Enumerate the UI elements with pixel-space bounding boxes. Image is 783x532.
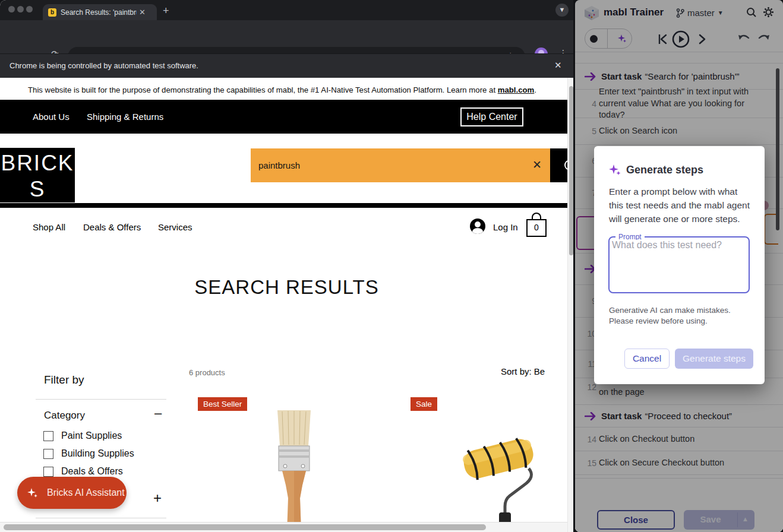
- paint-roller-product-image[interactable]: [453, 426, 542, 532]
- category-collapse-icon[interactable]: –: [154, 406, 162, 421]
- banner-close-icon[interactable]: ✕: [554, 60, 562, 71]
- category-option: Building Supplies: [43, 445, 162, 463]
- nav-about-us[interactable]: About Us: [33, 112, 70, 122]
- modal-disclaimer: Generative AI can make mistakes. Please …: [609, 305, 752, 327]
- ai-assistant-label: Bricks AI Assistant: [47, 487, 125, 498]
- filter-by-title: Filter by: [44, 373, 84, 387]
- horizontal-scrollbar[interactable]: [0, 522, 567, 532]
- page-title: SEARCH RESULTS: [0, 276, 573, 299]
- vertical-scrollbar-thumb[interactable]: [569, 86, 573, 255]
- category-checkbox[interactable]: [43, 449, 53, 459]
- paintbrush-product-image[interactable]: [270, 409, 318, 532]
- demo-notice: This website is built for the purpose of…: [0, 86, 564, 94]
- tab-list-chevron-icon[interactable]: ▼: [555, 4, 569, 17]
- section-expand-icon[interactable]: +: [153, 490, 162, 506]
- category-checkbox[interactable]: [43, 431, 53, 441]
- category-option-label[interactable]: Paint Supplies: [61, 430, 122, 441]
- tab-title: Search Results: 'paintbrush': [61, 8, 137, 17]
- screenshot-stage: b Search Results: 'paintbrush' ✕ + ▼ ← →…: [0, 0, 783, 532]
- tab-close-icon[interactable]: ✕: [139, 8, 146, 17]
- browser-tab[interactable]: b Search Results: 'paintbrush' ✕: [43, 4, 157, 20]
- sparkle-icon: [608, 163, 621, 176]
- sparkle-icon: [27, 487, 39, 499]
- account-icon[interactable]: [470, 218, 485, 234]
- category-option: Paint Supplies: [43, 427, 162, 445]
- sale-badge: Sale: [411, 397, 437, 411]
- cancel-button[interactable]: Cancel: [624, 349, 670, 369]
- results-count: 6 products: [189, 368, 225, 377]
- horizontal-scrollbar-thumb[interactable]: [4, 524, 486, 530]
- filter-divider-2: [36, 518, 166, 518]
- automation-banner: Chrome is being controlled by automated …: [0, 53, 573, 78]
- modal-title: Generate steps: [626, 164, 703, 176]
- nav-services[interactable]: Services: [158, 222, 192, 232]
- best-seller-badge: Best Seller: [198, 397, 247, 411]
- nav-deals-offers[interactable]: Deals & Offers: [83, 222, 141, 232]
- bricks-logo[interactable]: BRICKS: [0, 148, 75, 202]
- category-options: Paint SuppliesBuilding SuppliesDeals & O…: [43, 427, 162, 480]
- window-close-button[interactable]: [8, 6, 15, 12]
- category-section-title: Category: [44, 410, 85, 422]
- help-center-button[interactable]: Help Center: [460, 107, 523, 126]
- vertical-scrollbar[interactable]: [567, 78, 573, 532]
- category-checkbox[interactable]: [43, 467, 53, 477]
- mabl-com-link[interactable]: mabl.com: [498, 86, 535, 94]
- automation-banner-text: Chrome is being controlled by automated …: [10, 61, 198, 70]
- login-link[interactable]: Log In: [493, 222, 518, 232]
- top-black-bar: About Us Shipping & Returns Help Center: [0, 100, 573, 134]
- window-minimize-button[interactable]: [17, 6, 24, 12]
- search-clear-icon[interactable]: ✕: [532, 158, 542, 172]
- nav-shipping-returns[interactable]: Shipping & Returns: [87, 112, 163, 122]
- generate-steps-modal: Generate steps Enter a prompt below with…: [594, 146, 765, 384]
- search-input[interactable]: [251, 148, 550, 182]
- prompt-field: Prompt: [608, 236, 750, 293]
- cart-count: 0: [526, 223, 547, 232]
- prompt-input[interactable]: [612, 240, 746, 290]
- filter-divider: [36, 399, 166, 400]
- window-zoom-button[interactable]: [26, 6, 33, 12]
- generate-steps-button[interactable]: Generate steps: [675, 349, 753, 369]
- search-bar[interactable]: ✕: [251, 148, 550, 182]
- new-tab-button[interactable]: +: [163, 5, 169, 17]
- sort-by-dropdown[interactable]: Sort by: Be: [501, 366, 548, 376]
- category-option-label[interactable]: Deals & Offers: [61, 466, 123, 477]
- browser-window: b Search Results: 'paintbrush' ✕ + ▼ ← →…: [0, 0, 573, 532]
- header-divider: [0, 203, 573, 208]
- bricks-ai-assistant-button[interactable]: Bricks AI Assistant: [17, 477, 127, 509]
- tab-favicon-icon: b: [48, 8, 56, 17]
- modal-description: Enter a prompt below with what this test…: [609, 185, 753, 226]
- nav-shop-all[interactable]: Shop All: [33, 222, 65, 232]
- browser-toolbar: ← → ⟳ shopbricks.co/search?q=paintbrush …: [0, 20, 573, 53]
- web-page: This website is built for the purpose of…: [0, 78, 573, 532]
- browser-titlebar: b Search Results: 'paintbrush' ✕ + ▼: [0, 0, 573, 20]
- category-option-label[interactable]: Building Supplies: [61, 448, 134, 459]
